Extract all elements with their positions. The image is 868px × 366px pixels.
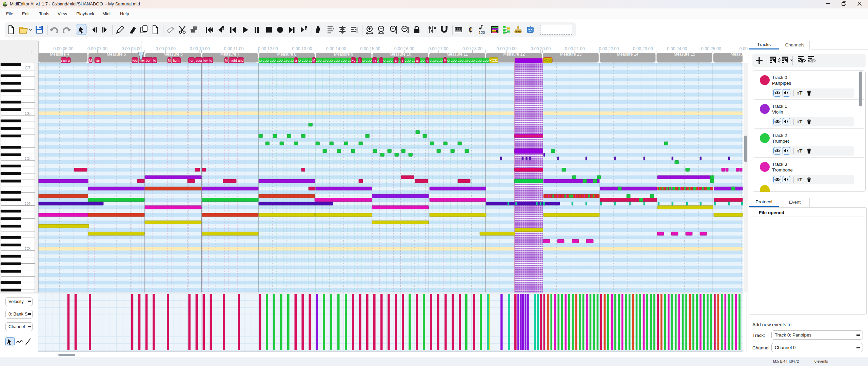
svg-text:s: s <box>402 59 403 62</box>
svg-text:you: you <box>132 59 138 62</box>
svg-text:and: and <box>238 59 244 62</box>
svg-text:M: M <box>225 59 228 62</box>
svg-text:t: t <box>359 59 360 62</box>
svg-text:ai: ai <box>416 59 419 62</box>
svg-text:born: born <box>146 59 153 62</box>
svg-text:to: to <box>209 59 212 62</box>
svg-text:ai: ai <box>395 59 397 62</box>
svg-text:a: a <box>295 59 297 62</box>
svg-text:0:00:2: 0:00:2 <box>739 46 749 51</box>
svg-text:C3: C3 <box>25 246 31 251</box>
svg-text:for: for <box>190 59 194 62</box>
svg-text:C6: C6 <box>25 111 31 116</box>
svg-text:to: to <box>153 59 156 62</box>
svg-text:M: M <box>168 59 171 62</box>
svg-text:ni: ni <box>373 59 376 62</box>
svg-text:sam: sam <box>61 59 67 62</box>
svg-text:v: v <box>427 59 428 62</box>
svg-text:PC31: PC31 <box>489 59 498 62</box>
svg-text:M: M <box>312 59 315 62</box>
svg-text:C7: C7 <box>25 65 31 70</box>
svg-text:M: M <box>89 59 92 62</box>
svg-text:fight: fight <box>173 59 179 62</box>
svg-text:night: night <box>230 59 237 62</box>
svg-text:u: u <box>68 59 70 62</box>
svg-text:M: M <box>444 59 447 62</box>
svg-text:your: your <box>196 59 202 62</box>
svg-text:PC30: PC30 <box>544 59 552 62</box>
svg-text:rai: rai <box>96 59 100 62</box>
svg-text:Fu: Fu <box>351 59 355 62</box>
svg-text:C4: C4 <box>25 201 31 206</box>
svg-text:C5: C5 <box>25 156 31 161</box>
